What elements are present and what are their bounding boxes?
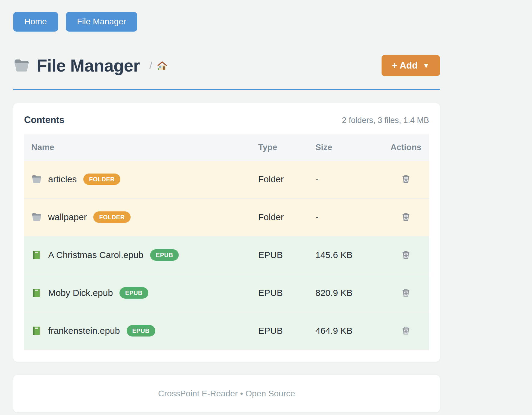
folder-icon	[31, 174, 42, 185]
file-table: Name Type Size Actions	[24, 134, 429, 350]
title-group: File Manager /	[13, 56, 168, 75]
nav-home-button[interactable]: Home	[13, 12, 58, 32]
column-header-name: Name	[24, 134, 258, 161]
delete-button[interactable]	[399, 172, 413, 186]
file-name[interactable]: frankenstein.epub	[48, 326, 120, 336]
type-cell: Folder	[258, 198, 315, 236]
add-button-label: + Add	[392, 60, 418, 71]
file-name[interactable]: articles	[48, 174, 77, 184]
name-cell: A Christmas Carol.epub EPUB	[24, 236, 258, 274]
home-icon[interactable]	[156, 60, 168, 71]
file-type-badge: EPUB	[127, 325, 156, 337]
file-name[interactable]: Moby Dick.epub	[48, 288, 113, 298]
type-cell: EPUB	[258, 274, 315, 312]
book-icon	[31, 250, 42, 260]
file-type-badge: FOLDER	[83, 174, 120, 185]
table-row[interactable]: Moby Dick.epub EPUB EPUB 820.9 KB	[24, 274, 429, 312]
delete-button[interactable]	[399, 210, 413, 224]
folder-icon	[13, 57, 30, 74]
contents-heading: Contents	[24, 115, 64, 125]
table-header-row: Name Type Size Actions	[24, 134, 429, 161]
name-cell: wallpaper FOLDER	[24, 198, 258, 236]
name-cell: frankenstein.epub EPUB	[24, 312, 258, 350]
file-type-badge: FOLDER	[93, 211, 130, 223]
name-cell: articles FOLDER	[24, 161, 258, 198]
file-type-badge: EPUB	[119, 287, 148, 299]
breadcrumb-separator: /	[149, 60, 152, 71]
actions-cell	[383, 198, 429, 236]
page-header: File Manager / + Add ▼	[13, 55, 440, 76]
trash-icon	[401, 287, 411, 298]
header-divider	[13, 89, 440, 90]
table-row[interactable]: articles FOLDER Folder -	[24, 161, 429, 198]
trash-icon	[401, 249, 411, 260]
size-cell: -	[315, 198, 383, 236]
book-icon	[31, 325, 42, 336]
contents-card-header: Contents 2 folders, 3 files, 1.4 MB	[24, 115, 429, 125]
table-row[interactable]: A Christmas Carol.epub EPUB EPUB 145.6 K…	[24, 236, 429, 274]
file-name[interactable]: A Christmas Carol.epub	[48, 250, 144, 260]
contents-card: Contents 2 folders, 3 files, 1.4 MB Name…	[13, 103, 440, 362]
breadcrumb: /	[149, 60, 168, 71]
nav-file-manager-button[interactable]: File Manager	[66, 12, 137, 32]
actions-cell	[383, 236, 429, 274]
file-name[interactable]: wallpaper	[48, 212, 87, 222]
column-header-size: Size	[315, 134, 383, 161]
actions-cell	[383, 161, 429, 198]
delete-button[interactable]	[399, 248, 413, 262]
caret-down-icon: ▼	[422, 62, 430, 69]
delete-button[interactable]	[399, 324, 413, 338]
size-cell: 820.9 KB	[315, 274, 383, 312]
book-icon	[31, 287, 42, 298]
size-cell: 464.9 KB	[315, 312, 383, 350]
folder-icon	[31, 212, 42, 223]
type-cell: Folder	[258, 161, 315, 198]
size-cell: -	[315, 161, 383, 198]
contents-summary: 2 folders, 3 files, 1.4 MB	[342, 116, 429, 125]
column-header-type: Type	[258, 134, 315, 161]
footer-text: CrossPoint E-Reader • Open Source	[158, 389, 295, 398]
name-cell: Moby Dick.epub EPUB	[24, 274, 258, 312]
trash-icon	[401, 174, 411, 184]
table-header: Name Type Size Actions	[24, 134, 429, 161]
file-type-badge: EPUB	[150, 249, 179, 261]
footer: CrossPoint E-Reader • Open Source	[13, 375, 440, 412]
actions-cell	[383, 274, 429, 312]
add-button[interactable]: + Add ▼	[382, 55, 440, 76]
column-header-actions: Actions	[383, 134, 429, 161]
type-cell: EPUB	[258, 236, 315, 274]
page-container: Home File Manager File Manager /	[13, 0, 440, 412]
trash-icon	[401, 211, 411, 222]
trash-icon	[401, 325, 411, 336]
file-table-body: articles FOLDER Folder -	[24, 161, 429, 350]
actions-cell	[383, 312, 429, 350]
table-row[interactable]: frankenstein.epub EPUB EPUB 464.9 KB	[24, 312, 429, 350]
type-cell: EPUB	[258, 312, 315, 350]
page-title: File Manager	[37, 56, 140, 75]
size-cell: 145.6 KB	[315, 236, 383, 274]
table-row[interactable]: wallpaper FOLDER Folder -	[24, 198, 429, 236]
delete-button[interactable]	[399, 286, 413, 300]
top-nav: Home File Manager	[13, 12, 440, 32]
